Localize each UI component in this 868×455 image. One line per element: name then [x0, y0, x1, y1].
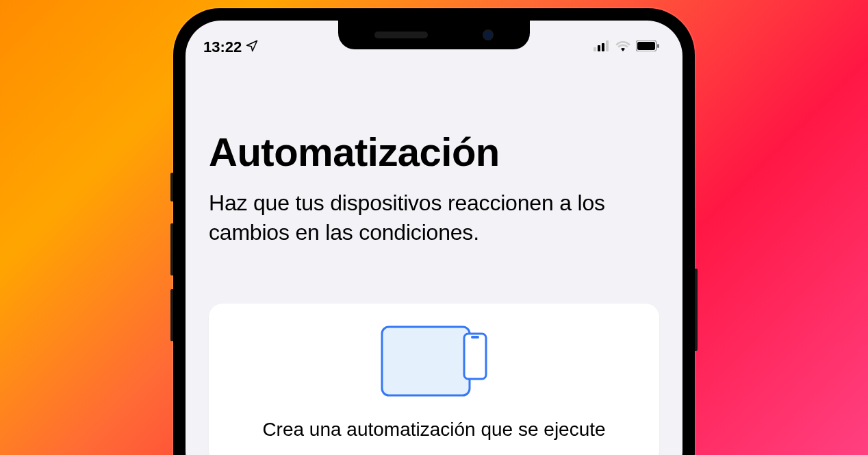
devices-icon [228, 324, 640, 397]
svg-rect-7 [382, 327, 470, 395]
phone-side-buttons-left [170, 173, 173, 355]
battery-icon [636, 40, 659, 54]
phone-frame: 13:22 [173, 8, 695, 455]
page-content: Automatización Haz que tus dispositivos … [186, 60, 682, 455]
status-time: 13:22 [203, 38, 242, 56]
location-icon [246, 38, 258, 56]
phone-side-buttons-right [695, 269, 698, 351]
card-description: Crea una automatización que se ejecute [228, 416, 640, 443]
svg-rect-0 [593, 47, 596, 51]
page-subtitle: Haz que tus dispositivos reaccionen a lo… [209, 188, 659, 247]
wifi-icon [615, 40, 630, 54]
svg-rect-3 [606, 40, 609, 51]
phone-notch [338, 21, 530, 49]
cellular-signal-icon [593, 40, 610, 54]
svg-rect-2 [602, 43, 604, 51]
phone-screen: 13:22 [186, 21, 682, 455]
svg-rect-8 [464, 334, 486, 379]
svg-rect-1 [598, 45, 600, 51]
automation-card[interactable]: Crea una automatización que se ejecute [209, 304, 659, 455]
status-bar-right [593, 40, 659, 54]
status-bar-left: 13:22 [203, 38, 258, 56]
page-title: Automatización [209, 129, 659, 175]
svg-rect-6 [657, 44, 659, 48]
svg-rect-5 [637, 42, 655, 50]
svg-rect-9 [471, 336, 479, 339]
